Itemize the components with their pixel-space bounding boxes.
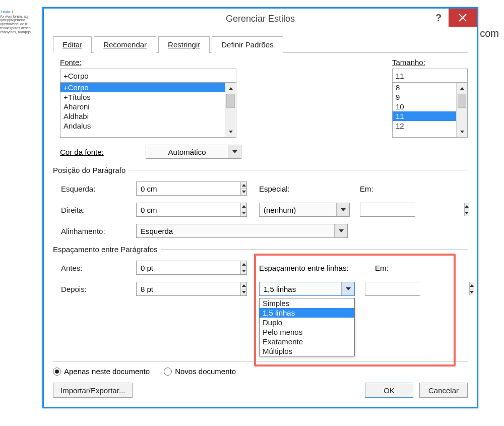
radio-this-document[interactable]: Apenas neste documento xyxy=(53,367,150,376)
after-input[interactable] xyxy=(137,282,240,295)
before-label: Antes: xyxy=(53,264,136,272)
linespacing-option[interactable]: Simples xyxy=(260,298,354,308)
before-input[interactable] xyxy=(137,261,240,274)
linespacing-em-label: Em: xyxy=(375,264,400,272)
linespacing-option[interactable]: Exatamente xyxy=(260,337,354,346)
font-option[interactable]: Aharoni xyxy=(60,102,236,111)
chevron-down-icon[interactable] xyxy=(336,203,349,216)
scroll-up-icon[interactable] xyxy=(225,83,236,94)
spin-down-icon[interactable] xyxy=(241,189,246,196)
fontcolor-dropdown[interactable]: Automático xyxy=(146,145,241,159)
import-export-button[interactable]: Importar/Exportar... xyxy=(53,383,133,398)
chevron-down-icon[interactable] xyxy=(334,224,347,237)
dialog-title: Gerenciar Estilos xyxy=(226,14,295,24)
spin-up-icon[interactable] xyxy=(241,182,246,189)
spin-up-icon[interactable] xyxy=(465,203,469,210)
special-dropdown[interactable]: (nenhum) xyxy=(259,203,350,217)
font-option[interactable]: Aldhabi xyxy=(60,111,236,121)
scroll-thumb[interactable] xyxy=(458,94,466,108)
right-indent-input[interactable] xyxy=(137,203,240,216)
fontcolor-label: Cor da fonte: xyxy=(60,148,146,156)
left-indent-label: Esquerda: xyxy=(53,185,136,193)
scroll-up-icon[interactable] xyxy=(457,83,467,94)
spin-up-icon[interactable] xyxy=(470,282,474,289)
special-em-input[interactable] xyxy=(360,203,464,216)
paragraph-spacing-legend: Espaçamento entre Parágrafos xyxy=(53,245,161,254)
cancel-button[interactable]: Cancelar xyxy=(419,383,468,398)
linespacing-dropdown[interactable]: 1,5 linhas xyxy=(259,282,355,296)
after-spinner[interactable] xyxy=(136,282,247,296)
svg-marker-3 xyxy=(341,208,346,211)
alignment-value: Esquerda xyxy=(137,227,334,235)
spin-up-icon[interactable] xyxy=(241,203,246,210)
tab-editar[interactable]: Editar xyxy=(53,36,92,53)
tab-strip: Editar Recomendar Restringir Definir Pad… xyxy=(53,36,468,53)
tab-restringir[interactable]: Restringir xyxy=(158,36,210,53)
radio-this-document-label: Apenas neste documento xyxy=(64,367,150,376)
paragraph-position-group: Posição do Parágrafo Esquerda: Especial:… xyxy=(53,166,468,238)
paragraph-position-legend: Posição do Parágrafo xyxy=(53,166,129,174)
tab-definir-padroes[interactable]: Definir Padrões xyxy=(212,36,283,53)
radio-new-documents[interactable]: Novos documento xyxy=(164,367,236,376)
spin-down-icon[interactable] xyxy=(241,210,246,217)
font-option[interactable]: +Títulos xyxy=(60,92,236,102)
left-indent-input[interactable] xyxy=(137,182,240,195)
manage-styles-dialog: Gerenciar Estilos ? Editar Recomendar Re… xyxy=(42,7,478,408)
alignment-label: Alinhamento: xyxy=(53,227,136,235)
tab-recomendar[interactable]: Recomendar xyxy=(94,36,156,53)
font-option[interactable]: Andalus xyxy=(60,121,236,131)
spin-down-icon[interactable] xyxy=(241,268,246,275)
font-input[interactable] xyxy=(60,69,236,83)
spin-down-icon[interactable] xyxy=(465,210,469,217)
chevron-down-icon[interactable] xyxy=(228,145,241,158)
font-option[interactable]: +Corpo xyxy=(60,83,236,92)
spin-up-icon[interactable] xyxy=(241,282,246,289)
linespacing-em-input[interactable] xyxy=(365,282,469,295)
help-button[interactable]: ? xyxy=(428,9,449,27)
chevron-down-icon[interactable] xyxy=(341,282,354,295)
size-label: Tamanho: xyxy=(392,58,468,67)
special-em-spinner[interactable] xyxy=(360,203,415,217)
size-input[interactable] xyxy=(392,69,468,83)
em-label: Em: xyxy=(360,185,385,193)
alignment-dropdown[interactable]: Esquerda xyxy=(136,224,348,238)
font-listbox[interactable]: +Corpo +Títulos Aharoni Aldhabi Andalus xyxy=(60,82,236,138)
right-indent-label: Direita: xyxy=(53,206,136,214)
spin-up-icon[interactable] xyxy=(241,261,246,268)
special-label: Especial: xyxy=(259,185,360,193)
titlebar: Gerenciar Estilos ? xyxy=(44,9,477,29)
linespacing-option[interactable]: Duplo xyxy=(260,318,354,327)
radio-new-documents-label: Novos documento xyxy=(175,367,236,376)
scroll-down-icon[interactable] xyxy=(457,126,467,137)
close-button[interactable] xyxy=(449,9,477,27)
font-label: Fonte: xyxy=(60,58,236,67)
linespacing-option[interactable]: Pelo menos xyxy=(260,327,354,337)
spin-down-icon[interactable] xyxy=(470,289,474,296)
linespacing-option[interactable]: 1,5 linhas xyxy=(260,308,354,318)
close-icon xyxy=(458,13,467,22)
paragraph-spacing-group: Espaçamento entre Parágrafos Antes: Espa… xyxy=(53,245,468,356)
linespacing-options-popup: Simples 1,5 linhas Duplo Pelo menos Exat… xyxy=(259,298,355,356)
linespacing-option[interactable]: Múltiplos xyxy=(260,346,354,356)
ok-button[interactable]: OK xyxy=(365,383,413,398)
fontcolor-value: Automático xyxy=(146,148,228,156)
special-value: (nenhum) xyxy=(260,206,336,214)
svg-marker-5 xyxy=(346,287,351,290)
linespacing-em-spinner[interactable] xyxy=(365,282,420,296)
spin-down-icon[interactable] xyxy=(241,289,246,296)
font-scrollbar[interactable] xyxy=(225,83,236,137)
size-scrollbar[interactable] xyxy=(456,83,467,137)
scroll-thumb[interactable] xyxy=(226,94,235,108)
size-listbox[interactable]: 8 9 10 11 12 xyxy=(392,82,468,138)
linespacing-label: Espaçamento entre linhas: xyxy=(259,264,375,272)
after-label: Depois: xyxy=(53,285,136,293)
right-indent-spinner[interactable] xyxy=(136,203,247,217)
svg-marker-4 xyxy=(339,229,344,232)
svg-marker-2 xyxy=(232,150,237,153)
linespacing-value: 1,5 linhas xyxy=(260,285,341,293)
scroll-down-icon[interactable] xyxy=(225,126,236,137)
before-spinner[interactable] xyxy=(136,261,247,275)
left-indent-spinner[interactable] xyxy=(136,181,247,196)
